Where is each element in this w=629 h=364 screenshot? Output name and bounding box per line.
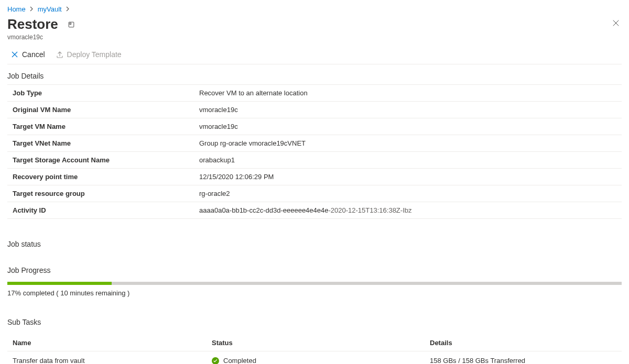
col-name: Name	[13, 339, 212, 347]
detail-value: Group rg-oracle vmoracle19cVNET	[199, 139, 622, 147]
detail-label: Original VM Name	[13, 106, 199, 114]
page-title: Restore	[7, 16, 58, 32]
breadcrumb: Home myVault	[7, 4, 622, 16]
detail-value: 12/15/2020 12:06:29 PM	[199, 173, 622, 181]
progress-text: 17% completed ( 10 minutes remaining )	[7, 285, 622, 297]
detail-label: Recovery point time	[13, 173, 199, 181]
breadcrumb-vault[interactable]: myVault	[38, 5, 62, 13]
section-job-status: Job status	[7, 233, 622, 252]
deploy-template-button: Deploy Template	[56, 50, 122, 59]
detail-row: Target VM Name vmoracle19c	[7, 118, 622, 135]
detail-value: vmoracle19c	[199, 123, 622, 130]
detail-row-activity-id: Activity ID aaaa0a0a-bb1b-cc2c-dd3d-eeee…	[7, 202, 622, 219]
toolbar: Cancel Deploy Template	[7, 41, 622, 64]
detail-label: Target Storage Account Name	[13, 156, 199, 164]
detail-value: aaaa0a0a-bb1b-cc2c-dd3d-eeeeee4e4e4e-202…	[199, 206, 622, 214]
close-icon[interactable]	[612, 19, 621, 28]
detail-label: Job Type	[13, 89, 199, 97]
detail-label: Target VM Name	[13, 123, 199, 130]
detail-value: orabackup1	[199, 156, 622, 164]
detail-row: Target Storage Account Name orabackup1	[7, 152, 622, 169]
check-icon	[212, 357, 219, 365]
subtask-row: Transfer data from vault Completed 158 G…	[7, 351, 622, 364]
detail-label: Target resource group	[13, 190, 199, 197]
chevron-right-icon	[66, 6, 70, 13]
chevron-right-icon	[30, 6, 34, 13]
activity-id-main: aaaa0a0a-bb1b-cc2c-dd3d-eeeeee4e4e4e	[199, 206, 329, 214]
detail-value: Recover VM to an alternate location	[199, 89, 622, 97]
cancel-label: Cancel	[22, 50, 45, 59]
subtasks-header: Name Status Details	[7, 334, 622, 351]
progress-bar	[7, 282, 622, 285]
subtasks-table: Name Status Details Transfer data from v…	[7, 334, 622, 364]
job-details-table: Job Type Recover VM to an alternate loca…	[7, 84, 622, 219]
activity-id-suffix: -2020-12-15T13:16:38Z-Ibz	[329, 206, 412, 214]
section-sub-tasks: Sub Tasks	[7, 311, 622, 330]
col-details: Details	[430, 339, 622, 347]
section-job-progress: Job Progress	[7, 266, 622, 279]
pin-icon[interactable]	[68, 21, 75, 28]
detail-row: Target VNet Name Group rg-oracle vmoracl…	[7, 135, 622, 152]
detail-label: Activity ID	[13, 206, 199, 214]
col-status: Status	[212, 339, 430, 347]
subtask-status-text: Completed	[223, 357, 256, 364]
detail-row: Recovery point time 12/15/2020 12:06:29 …	[7, 169, 622, 185]
cancel-button[interactable]: Cancel	[10, 50, 45, 59]
upload-icon	[56, 50, 64, 59]
section-job-details: Job Details	[7, 64, 622, 84]
page-subtitle: vmoracle19c	[7, 34, 75, 41]
detail-row: Target resource group rg-oracle2	[7, 185, 622, 202]
page-header: Restore vmoracle19c	[7, 16, 622, 41]
detail-value: rg-oracle2	[199, 190, 622, 197]
detail-row: Original VM Name vmoracle19c	[7, 102, 622, 118]
detail-label: Target VNet Name	[13, 139, 199, 147]
deploy-template-label: Deploy Template	[67, 50, 122, 59]
svg-rect-1	[70, 23, 71, 24]
subtask-status: Completed	[212, 357, 430, 364]
subtask-name: Transfer data from vault	[13, 357, 212, 364]
close-icon	[10, 50, 19, 59]
breadcrumb-home[interactable]: Home	[7, 5, 26, 13]
subtask-details: 158 GBs / 158 GBs Transferred	[430, 357, 622, 364]
detail-row: Job Type Recover VM to an alternate loca…	[7, 85, 622, 102]
detail-value: vmoracle19c	[199, 106, 622, 114]
progress-fill	[7, 282, 112, 285]
